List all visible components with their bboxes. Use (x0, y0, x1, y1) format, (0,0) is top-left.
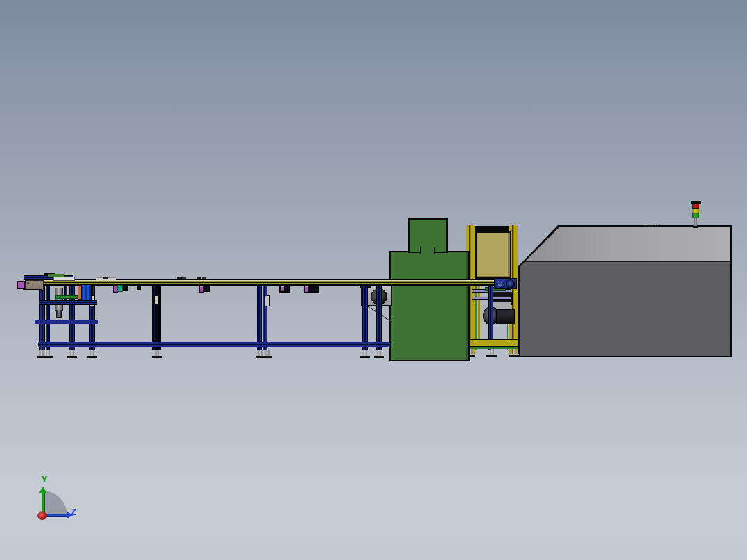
orientation-triad: Y Z (28, 471, 90, 530)
conveyor-leg (257, 286, 262, 350)
leveling-foot (360, 350, 370, 358)
leveling-foot (486, 349, 497, 357)
sensor-block (137, 286, 141, 290)
leveling-foot (67, 350, 77, 358)
enclosure-roof-band (520, 227, 730, 262)
drive-motor-blue (81, 284, 92, 301)
conveyor-leg (46, 286, 50, 350)
conveyor-rail (39, 279, 515, 286)
sensor-block (123, 285, 128, 291)
conveyor-leg (362, 286, 368, 350)
infeed-white-strip (53, 277, 75, 281)
signal-tower (690, 200, 701, 229)
hopper-machine-body (389, 251, 470, 361)
belt-part (197, 277, 201, 279)
sensor-magenta-box (17, 281, 25, 289)
gearbox-bolt (498, 281, 502, 286)
leveling-foot (87, 350, 97, 358)
infeed-tan-box-dot (27, 282, 29, 284)
tower-red-light (692, 204, 699, 209)
infeed-green-rail (55, 295, 78, 299)
tower-yellow-light (692, 209, 699, 213)
panel-door-tan (475, 231, 511, 279)
cad-viewport-canvas[interactable]: Y Z (0, 0, 747, 560)
belt-part (202, 277, 206, 279)
drive-motor-black (496, 309, 515, 324)
leveling-foot (509, 349, 519, 357)
axis-z-label: Z (71, 507, 76, 517)
frame-bottom-beam (466, 339, 518, 347)
infeed-underline (23, 289, 42, 290)
infeed-lower-beam (35, 320, 98, 324)
sensor-clip (265, 295, 270, 306)
roof-handle (645, 225, 659, 227)
axis-y-label: Y (42, 474, 47, 484)
hopper-neck (420, 247, 435, 254)
leveling-foot (43, 350, 53, 358)
leveling-foot (263, 350, 272, 358)
sensor-clip (154, 295, 159, 305)
belt-part (177, 277, 182, 279)
infeed-mid-beam (39, 300, 97, 305)
gearbox-hub (506, 279, 515, 288)
sensor-block (308, 285, 319, 293)
conveyor-leg (376, 286, 382, 350)
sensor-block (117, 285, 123, 292)
spindle-cylinder (55, 288, 63, 311)
sensor-block (281, 286, 285, 292)
belt-part (182, 277, 186, 279)
belt-part (103, 277, 108, 279)
leveling-foot (374, 350, 384, 358)
conveyor-cross-brace (38, 342, 390, 347)
sensor-block (203, 285, 210, 292)
triad-quarter-disc (43, 491, 67, 516)
axis-y-arrowhead[interactable] (39, 487, 47, 493)
spindle-tip (56, 310, 62, 318)
leveling-foot (152, 350, 162, 358)
axis-z-shaft[interactable] (45, 514, 67, 517)
axis-origin-dot[interactable] (37, 511, 47, 520)
conveyor-leg (39, 280, 45, 350)
enclosure-machine-body (520, 227, 730, 356)
tower-base (693, 226, 698, 228)
